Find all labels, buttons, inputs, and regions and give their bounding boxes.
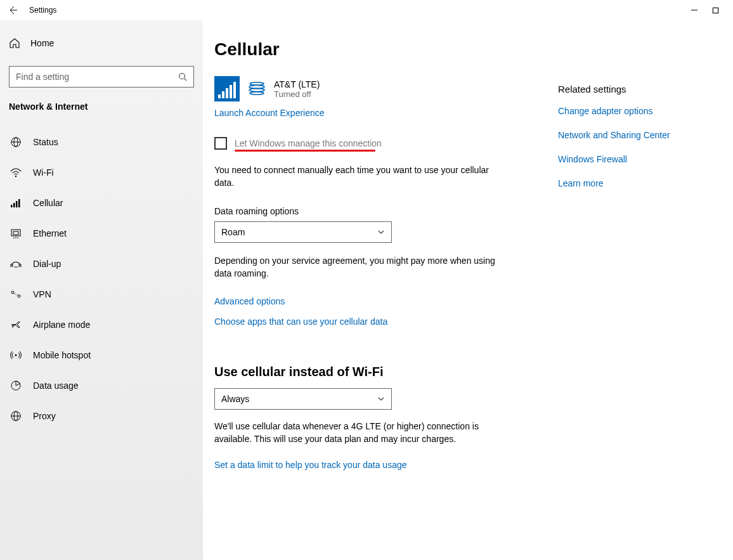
status-icon bbox=[10, 136, 22, 148]
sidebar-item-label: Cellular bbox=[33, 198, 63, 208]
chevron-down-icon bbox=[377, 395, 385, 403]
sidebar-item-label: Data usage bbox=[33, 381, 79, 391]
sidebar-item-airplane[interactable]: Airplane mode bbox=[0, 309, 203, 340]
svg-point-8 bbox=[15, 176, 16, 177]
checkbox-box[interactable] bbox=[214, 137, 227, 150]
home-icon bbox=[9, 37, 20, 49]
titlebar: Settings bbox=[0, 0, 733, 20]
roaming-help-text: Depending on your service agreement, you… bbox=[214, 254, 500, 280]
svg-point-34 bbox=[250, 92, 264, 94]
svg-rect-9 bbox=[11, 205, 13, 207]
instead-heading: Use cellular instead of Wi-Fi bbox=[214, 365, 539, 379]
instead-help-text: We'll use cellular data whenever a 4G LT… bbox=[214, 420, 500, 446]
search-input-container[interactable] bbox=[9, 66, 194, 88]
home-button[interactable]: Home bbox=[0, 29, 203, 57]
related-settings-panel: Related settings Change adapter options … bbox=[558, 39, 670, 560]
instead-dropdown[interactable]: Always bbox=[214, 388, 392, 410]
wifi-icon bbox=[10, 167, 22, 178]
svg-point-33 bbox=[249, 88, 264, 91]
search-icon bbox=[178, 72, 187, 81]
checkbox-label: Let Windows manage this connection bbox=[235, 138, 382, 148]
instead-value: Always bbox=[221, 394, 249, 404]
launch-account-link[interactable]: Launch Account Experience bbox=[214, 108, 539, 118]
sidebar-item-label: Ethernet bbox=[33, 228, 67, 238]
advanced-options-link[interactable]: Advanced options bbox=[214, 296, 539, 306]
checkbox-help-text: You need to connect manually each time y… bbox=[214, 164, 500, 190]
sidebar-item-cellular[interactable]: Cellular bbox=[0, 188, 203, 218]
svg-rect-10 bbox=[13, 203, 15, 207]
annotation-underline bbox=[235, 150, 375, 152]
sidebar-item-proxy[interactable]: Proxy bbox=[0, 401, 203, 431]
roaming-label: Data roaming options bbox=[214, 206, 539, 216]
dialup-icon bbox=[10, 258, 22, 270]
sidebar-item-vpn[interactable]: VPN bbox=[0, 279, 203, 309]
svg-point-3 bbox=[179, 74, 185, 79]
svg-rect-19 bbox=[19, 264, 21, 266]
choose-apps-link[interactable]: Choose apps that can use your cellular d… bbox=[214, 316, 539, 327]
back-button[interactable] bbox=[8, 5, 18, 15]
window-title: Settings bbox=[29, 6, 56, 15]
related-heading: Related settings bbox=[558, 84, 670, 94]
sidebar-section-label: Network & Internet bbox=[0, 88, 203, 118]
svg-point-24 bbox=[18, 295, 20, 297]
svg-rect-12 bbox=[18, 199, 20, 207]
sidebar-item-label: Mobile hotspot bbox=[33, 350, 91, 360]
cellular-icon bbox=[10, 197, 22, 209]
related-link-learnmore[interactable]: Learn more bbox=[558, 178, 670, 188]
signal-strength-icon bbox=[214, 76, 240, 101]
sidebar-item-label: VPN bbox=[33, 289, 51, 299]
sidebar-item-label: Wi-Fi bbox=[33, 167, 54, 178]
sidebar-item-datausage[interactable]: Data usage bbox=[0, 370, 203, 401]
svg-point-22 bbox=[16, 266, 18, 268]
sidebar-item-ethernet[interactable]: Ethernet bbox=[0, 218, 203, 249]
datausage-icon bbox=[10, 380, 22, 391]
minimize-button[interactable] bbox=[691, 6, 698, 14]
vpn-icon bbox=[10, 289, 22, 300]
manage-connection-checkbox[interactable]: Let Windows manage this connection bbox=[214, 137, 539, 150]
nav-list: Status Wi-Fi Cellular Ethernet bbox=[0, 127, 203, 431]
data-limit-link[interactable]: Set a data limit to help you track your … bbox=[214, 460, 539, 470]
chevron-down-icon bbox=[377, 228, 385, 236]
related-link-firewall[interactable]: Windows Firewall bbox=[558, 154, 670, 164]
svg-rect-2 bbox=[713, 8, 718, 13]
search-input[interactable] bbox=[16, 72, 178, 82]
svg-rect-18 bbox=[11, 264, 13, 266]
svg-line-4 bbox=[185, 79, 187, 81]
sidebar-item-label: Proxy bbox=[33, 411, 56, 421]
sidebar-item-wifi[interactable]: Wi-Fi bbox=[0, 157, 203, 188]
carrier-globe-icon bbox=[247, 79, 266, 98]
airplane-icon bbox=[10, 319, 22, 330]
svg-point-26 bbox=[15, 355, 17, 356]
svg-point-20 bbox=[14, 266, 15, 268]
svg-line-25 bbox=[14, 294, 18, 296]
sidebar-item-status[interactable]: Status bbox=[0, 127, 203, 157]
sidebar-item-hotspot[interactable]: Mobile hotspot bbox=[0, 340, 203, 370]
svg-point-23 bbox=[11, 291, 14, 294]
related-link-sharing[interactable]: Network and Sharing Center bbox=[558, 130, 670, 140]
svg-point-21 bbox=[15, 266, 16, 268]
home-label: Home bbox=[30, 38, 54, 48]
sidebar-item-label: Dial-up bbox=[33, 259, 61, 269]
ethernet-icon bbox=[10, 228, 22, 239]
sidebar-item-dialup[interactable]: Dial-up bbox=[0, 249, 203, 279]
page-title: Cellular bbox=[214, 39, 539, 60]
network-state: Turned off bbox=[274, 89, 320, 99]
hotspot-icon bbox=[10, 349, 22, 361]
proxy-icon bbox=[10, 410, 22, 422]
network-name: AT&T (LTE) bbox=[274, 79, 320, 89]
sidebar-item-label: Airplane mode bbox=[33, 320, 90, 330]
svg-point-31 bbox=[250, 82, 264, 85]
related-link-adapter[interactable]: Change adapter options bbox=[558, 106, 670, 116]
network-status-row: AT&T (LTE) Turned off bbox=[214, 76, 539, 101]
roaming-dropdown[interactable]: Roam bbox=[214, 221, 392, 243]
svg-rect-14 bbox=[13, 231, 18, 235]
svg-rect-11 bbox=[16, 201, 18, 207]
roaming-value: Roam bbox=[221, 227, 245, 237]
maximize-button[interactable] bbox=[712, 7, 719, 14]
sidebar: Home Network & Internet Status Wi-Fi bbox=[0, 20, 203, 560]
content-area: Cellular AT&T (LTE) bbox=[203, 20, 733, 560]
sidebar-item-label: Status bbox=[33, 137, 58, 147]
